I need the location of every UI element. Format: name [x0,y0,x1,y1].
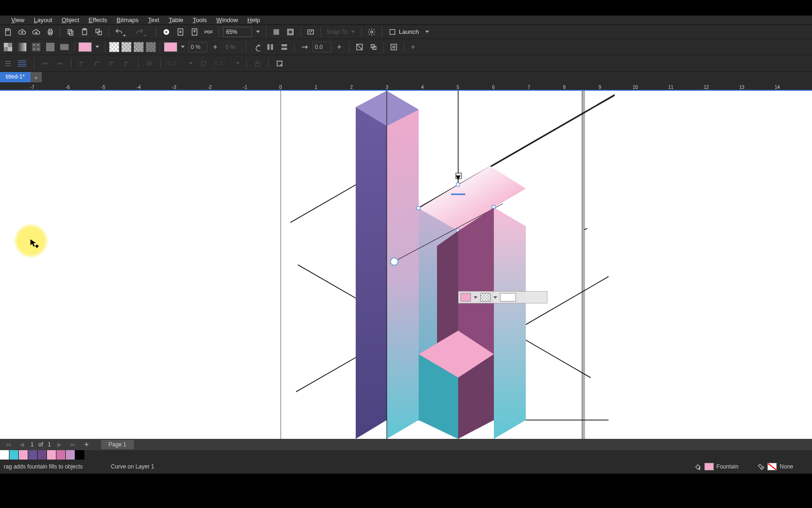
palette-swatch[interactable] [75,450,85,460]
rotation-plus[interactable]: + [333,41,345,53]
svg-rect-69 [456,183,460,186]
svg-rect-15 [289,30,292,34]
menu-object[interactable]: Object [57,16,84,24]
smooth-icon[interactable] [278,41,290,53]
menu-table[interactable]: Table [164,16,188,24]
palette-swatch[interactable] [66,450,75,460]
postscript-fill-icon[interactable] [58,41,70,53]
undo-icon[interactable] [113,26,125,38]
para-icon[interactable] [17,58,29,69]
palette-swatch[interactable] [0,450,9,460]
svg-point-24 [33,44,35,46]
reverse-icon[interactable] [250,41,262,53]
status-outline-swatch[interactable] [767,463,777,470]
publish-icon[interactable] [304,26,317,38]
menu-effects[interactable]: Effects [84,16,112,24]
paste-icon[interactable] [78,26,91,38]
popup-transparency-dropdown[interactable] [492,293,498,302]
status-fill-swatch[interactable] [704,463,714,470]
transparency-type-2[interactable] [121,42,132,52]
align-icon[interactable] [2,58,14,69]
pattern-fill-icon[interactable] [30,41,42,53]
zoom-level-input[interactable]: 65% [223,27,252,37]
convert-icon[interactable] [273,58,286,69]
edit-fill-icon[interactable] [388,41,400,53]
launch-label: Launch [399,28,419,35]
add-page-button[interactable]: + [82,440,90,449]
node-transparency-input[interactable]: 0 % [188,42,207,52]
free-scale-icon[interactable] [353,41,366,53]
duplicate-icon[interactable] [93,26,105,38]
svg-point-17 [371,31,373,33]
transparency-plus[interactable]: + [209,41,221,53]
palette-swatch[interactable] [38,450,47,460]
last-page-button[interactable]: ⏭ [68,441,78,448]
svg-marker-57 [356,91,387,439]
show-rulers-icon[interactable] [284,26,297,38]
palette-swatch[interactable] [47,450,56,460]
prev-page-button[interactable]: ◀ [18,441,26,448]
svg-rect-31 [271,44,273,50]
palette-swatch[interactable] [56,450,66,460]
page-tab[interactable]: Page 1 [101,440,134,449]
transparency-type-3[interactable] [133,42,144,52]
launch-button[interactable]: Launch [386,28,432,36]
svg-rect-79 [35,245,39,248]
rotation-input[interactable]: 0.0 [312,42,331,52]
document-tab[interactable]: titled-1* [0,72,31,82]
options-icon[interactable] [366,26,378,38]
export-icon[interactable] [188,26,201,38]
menu-view[interactable]: View [7,16,29,24]
import-icon[interactable] [174,26,187,38]
popup-transparency-swatch[interactable] [480,293,491,302]
pdf-icon[interactable]: PDF [203,26,215,38]
new-document-tab[interactable]: + [31,72,42,82]
first-page-button[interactable]: ⏮ [4,441,13,448]
palette-swatch[interactable] [9,450,19,460]
status-bar: rag adds fountain fills to objects Curve… [0,460,812,474]
artistic-media-icon[interactable] [160,26,172,38]
gradient-node-popup[interactable] [458,291,547,303]
palette-swatch[interactable] [28,450,38,460]
copy-fill-icon[interactable] [367,41,380,53]
ruler-tick: 2 [350,85,353,90]
texture-fill-icon[interactable] [44,41,56,53]
snap-to-dropdown[interactable] [351,31,355,33]
menu-text[interactable]: Text [143,16,164,24]
transparency-type-4[interactable] [146,42,156,52]
popup-color-swatch[interactable] [461,293,471,302]
fill-color-swatch[interactable] [78,42,92,52]
svg-point-26 [33,48,35,50]
full-screen-icon[interactable] [270,26,282,38]
popup-color-dropdown[interactable] [473,293,478,302]
popup-value-well[interactable] [500,293,516,302]
menu-tools[interactable]: Tools [188,16,211,24]
palette-swatch[interactable] [19,450,28,460]
node-color-dropdown[interactable] [179,42,187,52]
add-button[interactable]: + [408,42,418,52]
fill-color-dropdown[interactable] [94,42,101,52]
svg-rect-41 [256,63,260,66]
copy-icon[interactable] [64,26,77,38]
menu-window[interactable]: Window [211,16,242,24]
drawing-canvas[interactable] [0,91,812,439]
width-input-2: 0.2 " [212,58,231,69]
arrange-icon[interactable] [264,41,276,53]
print-icon[interactable] [44,26,56,38]
save-icon[interactable] [2,26,14,38]
fountain-fill-icon[interactable] [16,41,28,53]
redo-icon[interactable] [133,26,146,38]
accel-icon[interactable] [298,41,311,53]
cloud-up-icon[interactable] [16,26,28,38]
menu-help[interactable]: Help [243,16,265,24]
corner-1-icon [76,58,88,69]
ruler-tick: 10 [632,85,638,90]
zoom-dropdown[interactable] [254,27,262,37]
uniform-fill-icon[interactable] [2,41,14,53]
next-page-button[interactable]: ▶ [55,441,63,448]
transparency-type-1[interactable] [109,42,119,52]
node-color-swatch[interactable] [164,42,177,52]
menu-layout[interactable]: Layout [29,16,57,24]
cloud-down-icon[interactable] [30,26,42,38]
menu-bitmaps[interactable]: Bitmaps [112,16,143,24]
